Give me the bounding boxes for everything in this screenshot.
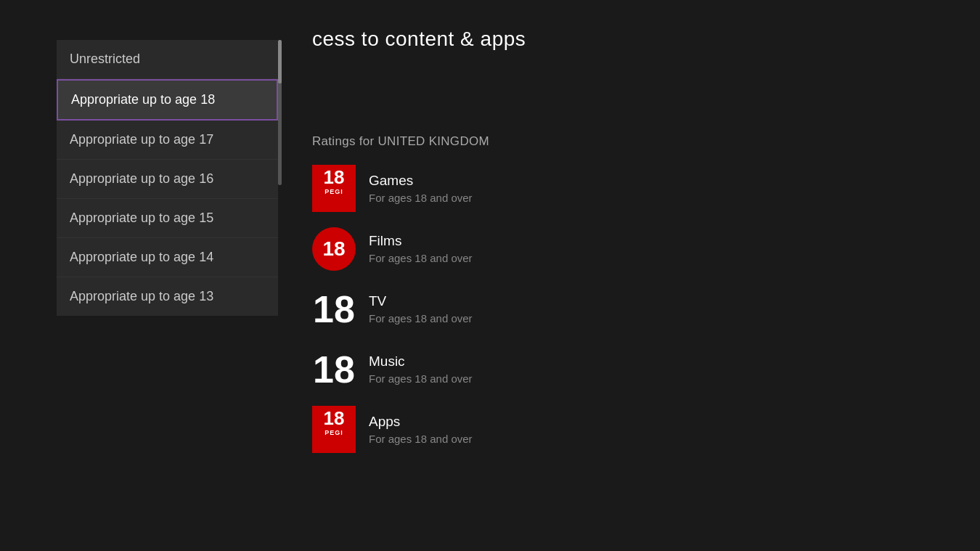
scrollbar-thumb[interactable] [278,40,282,83]
dropdown-item-age15[interactable]: Appropriate up to age 15 [57,199,278,238]
rating-row-films: 18 Films For ages 18 and over [312,225,489,272]
games-category: Games [369,173,473,189]
dropdown-scrollbar[interactable] [278,40,282,185]
rating-row-games: 18 PEGI Games For ages 18 and over [312,165,489,212]
pegi-badge-apps: 18 PEGI [312,406,356,453]
rating-row-music: 18 Music For ages 18 and over [312,346,489,393]
apps-badge: 18 PEGI [312,406,356,453]
films-rating-info: Films For ages 18 and over [369,233,473,264]
apps-rating-info: Apps For ages 18 and over [369,414,473,445]
dropdown-item-age16[interactable]: Appropriate up to age 16 [57,160,278,199]
music-rating-info: Music For ages 18 and over [369,354,473,385]
games-rating-info: Games For ages 18 and over [369,173,473,204]
music-description: For ages 18 and over [369,372,473,385]
films-category: Films [369,233,473,249]
games-badge: 18 PEGI [312,165,356,212]
dropdown-item-age17[interactable]: Appropriate up to age 17 [57,121,278,160]
dropdown-item-age18[interactable]: Appropriate up to age 18 [57,79,278,121]
apps-pegi-label: PEGI [324,429,343,436]
games-pegi-label: PEGI [324,188,343,195]
music-category: Music [369,354,473,370]
text-badge-music: 18 [312,346,356,393]
ratings-section: Ratings for UNITED KINGDOM 18 PEGI Games… [312,134,489,466]
dropdown-item-age14[interactable]: Appropriate up to age 14 [57,238,278,277]
films-description: For ages 18 and over [369,252,473,264]
tv-badge: 18 [312,285,356,332]
games-badge-number: 18 [324,168,345,187]
dropdown-item-unrestricted[interactable]: Unrestricted [57,40,278,79]
age-restriction-dropdown[interactable]: Unrestricted Appropriate up to age 18 Ap… [57,40,278,316]
rating-row-tv: 18 TV For ages 18 and over [312,285,489,332]
text-badge-tv: 18 [312,285,356,332]
tv-category: TV [369,293,473,309]
apps-category: Apps [369,414,473,430]
rating-row-apps: 18 PEGI Apps For ages 18 and over [312,406,489,453]
apps-badge-number: 18 [324,409,345,428]
pegi-badge-games: 18 PEGI [312,165,356,212]
page-title: cess to content & apps [312,28,526,51]
music-badge: 18 [312,346,356,393]
music-badge-number: 18 [313,351,355,388]
films-badge: 18 [312,225,356,272]
apps-description: For ages 18 and over [369,433,473,445]
tv-rating-info: TV For ages 18 and over [369,293,473,325]
ratings-region-label: Ratings for UNITED KINGDOM [312,134,489,149]
tv-description: For ages 18 and over [369,312,473,325]
tv-badge-number: 18 [313,290,355,328]
dropdown-item-age13[interactable]: Appropriate up to age 13 [57,277,278,316]
circle-badge-films: 18 [312,227,356,271]
films-badge-number: 18 [322,239,345,259]
games-description: For ages 18 and over [369,192,473,204]
